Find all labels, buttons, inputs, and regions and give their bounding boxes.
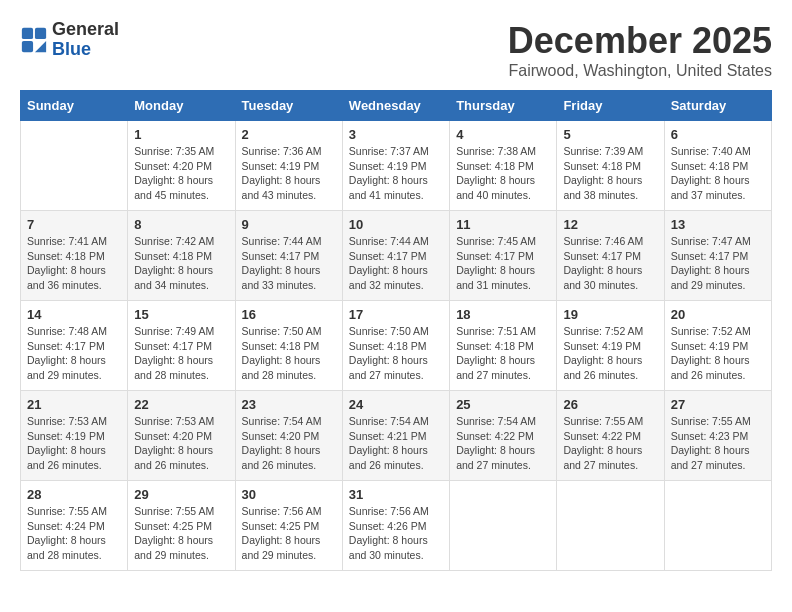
logo: General Blue [20, 20, 119, 60]
day-info: Sunrise: 7:49 AMSunset: 4:17 PMDaylight:… [134, 324, 228, 383]
day-number: 11 [456, 217, 550, 232]
calendar-cell: 20Sunrise: 7:52 AMSunset: 4:19 PMDayligh… [664, 301, 771, 391]
calendar-cell: 30Sunrise: 7:56 AMSunset: 4:25 PMDayligh… [235, 481, 342, 571]
logo-icon [20, 26, 48, 54]
day-number: 31 [349, 487, 443, 502]
calendar-cell: 17Sunrise: 7:50 AMSunset: 4:18 PMDayligh… [342, 301, 449, 391]
day-info: Sunrise: 7:52 AMSunset: 4:19 PMDaylight:… [563, 324, 657, 383]
calendar-cell: 24Sunrise: 7:54 AMSunset: 4:21 PMDayligh… [342, 391, 449, 481]
calendar-cell: 4Sunrise: 7:38 AMSunset: 4:18 PMDaylight… [450, 121, 557, 211]
day-info: Sunrise: 7:42 AMSunset: 4:18 PMDaylight:… [134, 234, 228, 293]
day-info: Sunrise: 7:44 AMSunset: 4:17 PMDaylight:… [242, 234, 336, 293]
day-info: Sunrise: 7:46 AMSunset: 4:17 PMDaylight:… [563, 234, 657, 293]
calendar-week-5: 28Sunrise: 7:55 AMSunset: 4:24 PMDayligh… [21, 481, 772, 571]
day-number: 8 [134, 217, 228, 232]
calendar-cell: 8Sunrise: 7:42 AMSunset: 4:18 PMDaylight… [128, 211, 235, 301]
calendar-table: SundayMondayTuesdayWednesdayThursdayFrid… [20, 90, 772, 571]
day-info: Sunrise: 7:50 AMSunset: 4:18 PMDaylight:… [242, 324, 336, 383]
day-number: 21 [27, 397, 121, 412]
day-number: 1 [134, 127, 228, 142]
day-number: 12 [563, 217, 657, 232]
day-number: 13 [671, 217, 765, 232]
calendar-cell [664, 481, 771, 571]
svg-rect-1 [35, 28, 46, 39]
calendar-cell: 13Sunrise: 7:47 AMSunset: 4:17 PMDayligh… [664, 211, 771, 301]
calendar-cell: 19Sunrise: 7:52 AMSunset: 4:19 PMDayligh… [557, 301, 664, 391]
svg-marker-3 [35, 41, 46, 52]
calendar-cell: 11Sunrise: 7:45 AMSunset: 4:17 PMDayligh… [450, 211, 557, 301]
day-info: Sunrise: 7:44 AMSunset: 4:17 PMDaylight:… [349, 234, 443, 293]
calendar-week-1: 1Sunrise: 7:35 AMSunset: 4:20 PMDaylight… [21, 121, 772, 211]
calendar-cell [557, 481, 664, 571]
svg-rect-2 [22, 41, 33, 52]
day-info: Sunrise: 7:35 AMSunset: 4:20 PMDaylight:… [134, 144, 228, 203]
day-info: Sunrise: 7:54 AMSunset: 4:20 PMDaylight:… [242, 414, 336, 473]
day-info: Sunrise: 7:37 AMSunset: 4:19 PMDaylight:… [349, 144, 443, 203]
day-info: Sunrise: 7:51 AMSunset: 4:18 PMDaylight:… [456, 324, 550, 383]
day-number: 27 [671, 397, 765, 412]
calendar-cell: 26Sunrise: 7:55 AMSunset: 4:22 PMDayligh… [557, 391, 664, 481]
day-number: 15 [134, 307, 228, 322]
logo-line2: Blue [52, 40, 119, 60]
calendar-cell: 29Sunrise: 7:55 AMSunset: 4:25 PMDayligh… [128, 481, 235, 571]
logo-text: General Blue [52, 20, 119, 60]
calendar-cell: 27Sunrise: 7:55 AMSunset: 4:23 PMDayligh… [664, 391, 771, 481]
day-number: 23 [242, 397, 336, 412]
day-info: Sunrise: 7:50 AMSunset: 4:18 PMDaylight:… [349, 324, 443, 383]
logo-line1: General [52, 20, 119, 40]
day-info: Sunrise: 7:55 AMSunset: 4:24 PMDaylight:… [27, 504, 121, 563]
day-number: 7 [27, 217, 121, 232]
day-number: 25 [456, 397, 550, 412]
calendar-cell: 1Sunrise: 7:35 AMSunset: 4:20 PMDaylight… [128, 121, 235, 211]
weekday-header-tuesday: Tuesday [235, 91, 342, 121]
header: General Blue December 2025 Fairwood, Was… [20, 20, 772, 80]
day-info: Sunrise: 7:48 AMSunset: 4:17 PMDaylight:… [27, 324, 121, 383]
day-number: 19 [563, 307, 657, 322]
weekday-header-friday: Friday [557, 91, 664, 121]
calendar-cell [450, 481, 557, 571]
day-number: 10 [349, 217, 443, 232]
weekday-header-wednesday: Wednesday [342, 91, 449, 121]
day-info: Sunrise: 7:41 AMSunset: 4:18 PMDaylight:… [27, 234, 121, 293]
month-title: December 2025 [508, 20, 772, 62]
day-number: 28 [27, 487, 121, 502]
day-number: 6 [671, 127, 765, 142]
calendar-cell: 16Sunrise: 7:50 AMSunset: 4:18 PMDayligh… [235, 301, 342, 391]
calendar-cell: 6Sunrise: 7:40 AMSunset: 4:18 PMDaylight… [664, 121, 771, 211]
calendar-week-2: 7Sunrise: 7:41 AMSunset: 4:18 PMDaylight… [21, 211, 772, 301]
day-info: Sunrise: 7:56 AMSunset: 4:26 PMDaylight:… [349, 504, 443, 563]
calendar-cell: 22Sunrise: 7:53 AMSunset: 4:20 PMDayligh… [128, 391, 235, 481]
calendar-cell: 3Sunrise: 7:37 AMSunset: 4:19 PMDaylight… [342, 121, 449, 211]
calendar-cell: 21Sunrise: 7:53 AMSunset: 4:19 PMDayligh… [21, 391, 128, 481]
calendar-cell: 5Sunrise: 7:39 AMSunset: 4:18 PMDaylight… [557, 121, 664, 211]
svg-rect-0 [22, 28, 33, 39]
day-number: 30 [242, 487, 336, 502]
day-number: 5 [563, 127, 657, 142]
weekday-header-sunday: Sunday [21, 91, 128, 121]
calendar-cell: 23Sunrise: 7:54 AMSunset: 4:20 PMDayligh… [235, 391, 342, 481]
day-number: 16 [242, 307, 336, 322]
calendar-cell: 10Sunrise: 7:44 AMSunset: 4:17 PMDayligh… [342, 211, 449, 301]
day-info: Sunrise: 7:45 AMSunset: 4:17 PMDaylight:… [456, 234, 550, 293]
calendar-week-4: 21Sunrise: 7:53 AMSunset: 4:19 PMDayligh… [21, 391, 772, 481]
day-info: Sunrise: 7:55 AMSunset: 4:25 PMDaylight:… [134, 504, 228, 563]
calendar-cell: 7Sunrise: 7:41 AMSunset: 4:18 PMDaylight… [21, 211, 128, 301]
day-info: Sunrise: 7:39 AMSunset: 4:18 PMDaylight:… [563, 144, 657, 203]
calendar-cell: 25Sunrise: 7:54 AMSunset: 4:22 PMDayligh… [450, 391, 557, 481]
day-info: Sunrise: 7:47 AMSunset: 4:17 PMDaylight:… [671, 234, 765, 293]
weekday-header-row: SundayMondayTuesdayWednesdayThursdayFrid… [21, 91, 772, 121]
calendar-cell [21, 121, 128, 211]
day-number: 2 [242, 127, 336, 142]
location-title: Fairwood, Washington, United States [508, 62, 772, 80]
day-number: 18 [456, 307, 550, 322]
calendar-cell: 15Sunrise: 7:49 AMSunset: 4:17 PMDayligh… [128, 301, 235, 391]
day-info: Sunrise: 7:38 AMSunset: 4:18 PMDaylight:… [456, 144, 550, 203]
day-number: 22 [134, 397, 228, 412]
day-info: Sunrise: 7:55 AMSunset: 4:23 PMDaylight:… [671, 414, 765, 473]
day-number: 9 [242, 217, 336, 232]
day-number: 20 [671, 307, 765, 322]
day-number: 4 [456, 127, 550, 142]
day-info: Sunrise: 7:52 AMSunset: 4:19 PMDaylight:… [671, 324, 765, 383]
weekday-header-thursday: Thursday [450, 91, 557, 121]
day-number: 29 [134, 487, 228, 502]
